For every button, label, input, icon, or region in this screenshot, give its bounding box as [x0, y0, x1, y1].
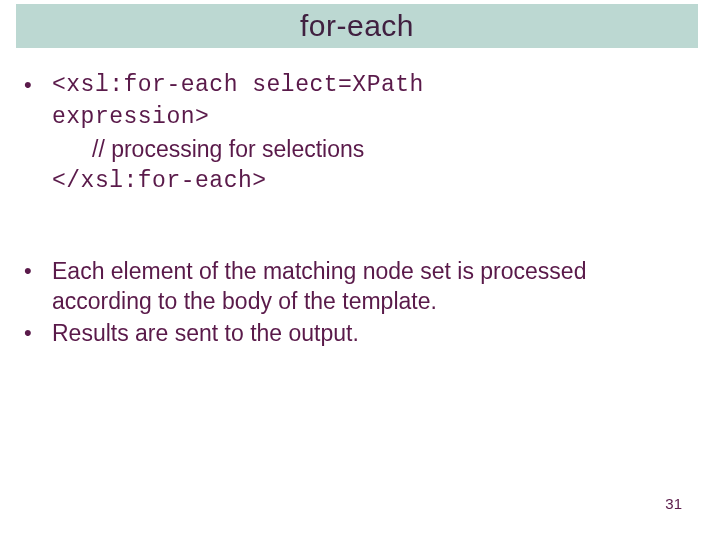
explanation-block: • Each element of the matching node set …	[24, 256, 690, 348]
slide-title: for-each	[300, 9, 414, 43]
code-line: </xsl:for-each>	[52, 166, 267, 196]
code-comment: // processing for selections	[92, 134, 364, 164]
code-continuation: expression>	[24, 102, 690, 132]
code-continuation: // processing for selections	[24, 134, 690, 164]
bullet-icon: •	[24, 256, 52, 286]
slide-content: • <xsl:for-each select=XPath expression>…	[24, 70, 690, 350]
title-bar: for-each	[16, 4, 698, 48]
slide: for-each • <xsl:for-each select=XPath ex…	[0, 0, 720, 540]
bullet-icon: •	[24, 318, 52, 348]
bullet-item: • <xsl:for-each select=XPath	[24, 70, 690, 100]
bullet-item: • Each element of the matching node set …	[24, 256, 690, 316]
bullet-text: Each element of the matching node set is…	[52, 256, 690, 316]
bullet-item: • Results are sent to the output.	[24, 318, 690, 348]
page-number: 31	[665, 495, 682, 512]
bullet-icon: •	[24, 70, 52, 100]
bullet-text: Results are sent to the output.	[52, 318, 359, 348]
code-line: <xsl:for-each select=XPath	[52, 70, 424, 100]
code-line: expression>	[52, 102, 209, 132]
code-continuation: </xsl:for-each>	[24, 166, 690, 196]
